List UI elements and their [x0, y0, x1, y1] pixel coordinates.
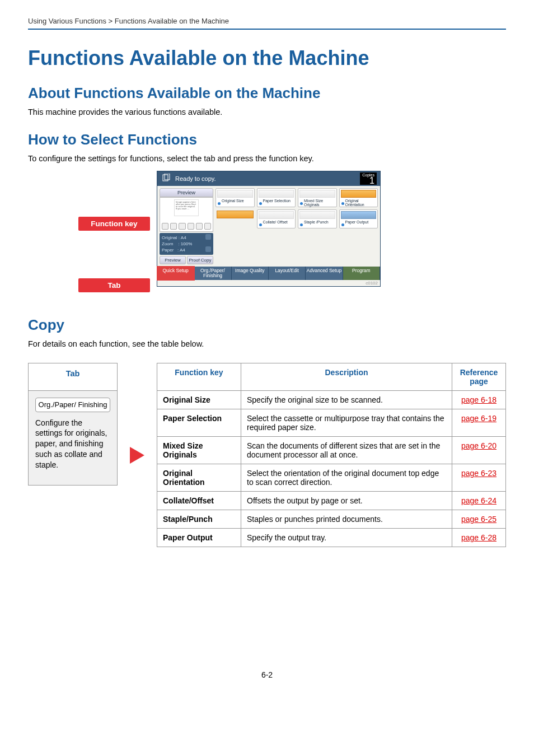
tab-advanced[interactable]: Advanced Setup [306, 267, 343, 280]
fkey-staple[interactable]: Staple /Punch [298, 209, 337, 228]
triangle-right-icon [130, 447, 144, 465]
fkey-mixed-size[interactable]: Mixed Size Originals [298, 188, 337, 207]
th-reference: Reference page [452, 363, 506, 391]
table-row: Paper SelectionSelect the cassette or mu… [157, 409, 506, 437]
tab-info-panel: Tab Org./Paper/ Finishing Configure the … [28, 363, 118, 486]
table-row: Mixed Size OriginalsScan the documents o… [157, 437, 506, 464]
cell-function: Staple/Punch [157, 510, 241, 529]
cell-reference: page 6-19 [452, 409, 506, 437]
copy-icon [162, 174, 171, 184]
about-text: This machine provides the various functi… [28, 108, 506, 116]
proof-copy-button[interactable]: Proof Copy [187, 256, 213, 264]
reference-link[interactable]: page 6-23 [461, 469, 496, 478]
fkey-paper-selection[interactable]: Paper Selection [257, 188, 296, 207]
cell-description: Specify the original size to be scanned. [241, 391, 452, 409]
touchscreen-mock: Ready to copy. Copies 1 Preview Image ap… [157, 171, 381, 287]
table-row: Paper OutputSpecify the output tray.page… [157, 529, 506, 547]
cell-function: Original Orientation [157, 464, 241, 492]
reference-link[interactable]: page 6-25 [461, 515, 496, 524]
tab-chip: Org./Paper/ Finishing [35, 398, 110, 412]
section-copy-heading: Copy [28, 316, 506, 334]
fkey-output[interactable]: Paper Output [339, 209, 378, 228]
function-table: Function key Description Reference page … [157, 363, 506, 547]
tab-org-paper[interactable]: Org./Paper/ Finishing [194, 267, 231, 280]
th-function-key: Function key [157, 363, 241, 391]
table-row: Original SizeSpecify the original size t… [157, 391, 506, 409]
section-about-heading: About Functions Available on the Machine [28, 85, 506, 102]
preview-pane: Image appears here after you press Start… [160, 197, 213, 232]
breadcrumb: Using Various Functions > Functions Avai… [28, 17, 506, 29]
cell-reference: page 6-25 [452, 510, 506, 529]
how-text: To configure the settings for functions,… [28, 154, 506, 163]
cell-function: Original Size [157, 391, 241, 409]
tab-image-quality[interactable]: Image Quality [232, 267, 269, 280]
cell-reference: page 6-20 [452, 437, 506, 464]
th-description: Description [241, 363, 452, 391]
svg-marker-2 [130, 447, 144, 464]
tab-program[interactable]: Program [343, 267, 380, 280]
divider [28, 29, 506, 30]
table-row: Staple/PunchStaples or punches printed d… [157, 510, 506, 529]
cell-description: Offsets the output by page or set. [241, 492, 452, 510]
tab-quick-setup[interactable]: Quick Setup [157, 267, 194, 280]
cell-description: Staples or punches printed documents. [241, 510, 452, 529]
reference-link[interactable]: page 6-18 [461, 395, 496, 404]
copy-text: For details on each function, see the ta… [28, 339, 506, 348]
reference-link[interactable]: page 6-19 [461, 414, 496, 423]
info-panel: Original : A4 Zoom : 100% Paper : A4 [160, 233, 213, 255]
table-row: Collate/OffsetOffsets the output by page… [157, 492, 506, 510]
cell-reference: page 6-23 [452, 464, 506, 492]
preview-tab[interactable]: Preview [160, 188, 213, 197]
cell-reference: page 6-28 [452, 529, 506, 547]
callout-function-key: Function key [78, 217, 150, 231]
page-title: Functions Available on the Machine [28, 46, 506, 70]
fkey-original-size[interactable]: Original Size [216, 188, 255, 207]
cell-reference: page 6-24 [452, 492, 506, 510]
cell-description: Select the cassette or multipurpose tray… [241, 409, 452, 437]
screen-code: c0102 [157, 280, 380, 286]
cell-function: Collate/Offset [157, 492, 241, 510]
cell-description: Scan the documents of different sizes th… [241, 437, 452, 464]
fkey-collate[interactable]: Collate/ Offset [257, 209, 296, 228]
cell-function: Paper Output [157, 529, 241, 547]
cell-description: Specify the output tray. [241, 529, 452, 547]
callout-tab: Tab [78, 278, 150, 292]
section-how-heading: How to Select Functions [28, 131, 506, 148]
cell-reference: page 6-18 [452, 391, 506, 409]
reference-link[interactable]: page 6-28 [461, 533, 496, 542]
tab-desc: Configure the settings for originals, pa… [35, 418, 110, 470]
tab-layout[interactable]: Layout/Edit [269, 267, 306, 280]
cell-function: Mixed Size Originals [157, 437, 241, 464]
status-text: Ready to copy. [175, 175, 216, 182]
cell-function: Paper Selection [157, 409, 241, 437]
table-row: Original OrientationSelect the orientati… [157, 464, 506, 492]
cell-description: Select the orientation of the original d… [241, 464, 452, 492]
reference-link[interactable]: page 6-20 [461, 441, 496, 450]
preview-button[interactable]: Preview [160, 256, 186, 264]
page-number: 6-2 [28, 670, 506, 679]
fkey-orientation[interactable]: Original Orientation [339, 188, 378, 207]
copies-counter: Copies 1 [360, 172, 377, 185]
tab-info-head: Tab [29, 363, 117, 391]
fkey-empty [216, 209, 255, 228]
reference-link[interactable]: page 6-24 [461, 496, 496, 505]
